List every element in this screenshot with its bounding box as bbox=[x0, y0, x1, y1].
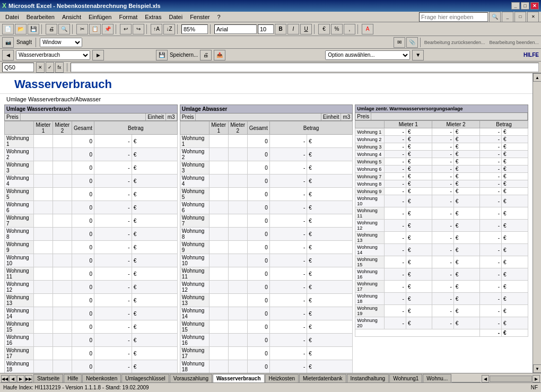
paste-btn[interactable]: 📌 bbox=[102, 24, 114, 34]
sheet-tab-umlageschl-ssel[interactable]: Umlageschlüssel bbox=[121, 374, 169, 382]
t1-mieter2[interactable] bbox=[53, 175, 72, 188]
print-btn[interactable]: 🖨 bbox=[46, 24, 57, 34]
sheet-tab-instandhaltung[interactable]: Instandhaltung bbox=[347, 374, 389, 382]
t2-mieter2[interactable] bbox=[228, 228, 247, 241]
scroll-down-btn[interactable]: ▼ bbox=[533, 364, 541, 373]
t2-mieter2[interactable] bbox=[228, 347, 247, 360]
t1-mieter1[interactable] bbox=[34, 148, 53, 161]
menu-extras[interactable]: Extras bbox=[142, 13, 164, 21]
t1-mieter1[interactable] bbox=[34, 161, 53, 175]
sheet-tab-startseite[interactable]: Startseite bbox=[33, 374, 63, 382]
t1-mieter1[interactable] bbox=[34, 347, 53, 360]
cut-btn[interactable]: ✂ bbox=[76, 24, 88, 34]
t2-mieter1[interactable] bbox=[209, 241, 228, 254]
t1-mieter1[interactable] bbox=[34, 254, 53, 267]
save-btn[interactable]: 💾 bbox=[28, 24, 39, 34]
menu-fenster[interactable]: Fenster bbox=[187, 13, 213, 21]
t2-mieter1[interactable] bbox=[209, 135, 228, 148]
menu-bearbeiten[interactable]: Bearbeiten bbox=[23, 13, 58, 21]
zoom-input[interactable] bbox=[181, 24, 208, 34]
h-scrollbar[interactable] bbox=[490, 376, 532, 382]
t2-mieter2[interactable] bbox=[228, 334, 247, 347]
sheet-tab-vorauszahlung[interactable]: Vorauszahlung bbox=[170, 374, 212, 382]
t1-mieter1[interactable] bbox=[34, 201, 53, 214]
redo-btn[interactable]: ↪ bbox=[133, 24, 144, 34]
win-restore[interactable]: □ bbox=[514, 12, 526, 22]
t1-mieter2[interactable] bbox=[53, 201, 72, 214]
t2-mieter1[interactable] bbox=[209, 188, 228, 201]
insert-function-btn[interactable]: fx bbox=[55, 62, 64, 73]
t1-mieter2[interactable] bbox=[53, 214, 72, 228]
t1-mieter1[interactable] bbox=[34, 281, 53, 294]
italic-btn[interactable]: I bbox=[287, 24, 299, 34]
t2-mieter1[interactable] bbox=[209, 201, 228, 214]
open-btn[interactable]: 📂 bbox=[15, 24, 27, 34]
sort-desc-btn[interactable]: ↓Z bbox=[163, 24, 175, 34]
t2-mieter2[interactable] bbox=[228, 360, 247, 373]
sheet-tab-hilfe[interactable]: Hilfe bbox=[64, 374, 82, 382]
t2-mieter1[interactable] bbox=[209, 320, 228, 334]
t2-mieter2[interactable] bbox=[228, 175, 247, 188]
h-scroll-right-btn[interactable]: ▶ bbox=[533, 375, 540, 382]
attach-btn[interactable]: 📎 bbox=[406, 37, 418, 48]
t1-mieter2[interactable] bbox=[53, 188, 72, 201]
t1-mieter1[interactable] bbox=[34, 214, 53, 228]
snagit-icon[interactable]: 📷 bbox=[2, 37, 14, 48]
search-button[interactable]: 🔍 bbox=[489, 12, 501, 22]
menu-datei[interactable]: Datei bbox=[2, 13, 22, 21]
bold-btn[interactable]: B bbox=[275, 24, 286, 34]
t2-mieter2[interactable] bbox=[228, 214, 247, 228]
ask-question-input[interactable] bbox=[419, 12, 488, 22]
named-range-select[interactable]: Wasserverbrauch bbox=[16, 50, 90, 60]
minimize-button[interactable]: _ bbox=[511, 2, 520, 10]
underline-btn[interactable]: U bbox=[300, 24, 312, 34]
t1-mieter2[interactable] bbox=[53, 347, 72, 360]
t1-mieter1[interactable] bbox=[34, 228, 53, 241]
percent-btn[interactable]: % bbox=[331, 24, 343, 34]
cancel-formula-btn[interactable]: ✕ bbox=[36, 62, 45, 73]
export-btn[interactable]: 📤 bbox=[214, 50, 225, 60]
sheet-tab-wasserverbrauch[interactable]: Wasserverbrauch bbox=[213, 374, 265, 382]
t1-mieter2[interactable] bbox=[53, 161, 72, 175]
font-input[interactable] bbox=[214, 24, 257, 34]
t1-mieter2[interactable] bbox=[53, 241, 72, 254]
t1-mieter1[interactable] bbox=[34, 267, 53, 281]
t2-mieter1[interactable] bbox=[209, 281, 228, 294]
t1-mieter1[interactable] bbox=[34, 294, 53, 307]
t1-mieter1[interactable] bbox=[34, 175, 53, 188]
tab-first-btn[interactable]: ◀◀ bbox=[1, 375, 8, 382]
t1-mieter1[interactable] bbox=[34, 334, 53, 347]
t2-mieter2[interactable] bbox=[228, 148, 247, 161]
t2-mieter2[interactable] bbox=[228, 188, 247, 201]
t2-mieter2[interactable] bbox=[228, 161, 247, 175]
sheet-tab-wohnung1[interactable]: Wohnung1 bbox=[389, 374, 422, 382]
menu-help[interactable]: ? bbox=[214, 13, 223, 21]
cell-reference[interactable]: Q50 bbox=[2, 63, 34, 72]
table2-preis-val[interactable] bbox=[196, 114, 321, 120]
sheet-tab-heizkosten[interactable]: Heizkosten bbox=[265, 374, 299, 382]
t1-mieter2[interactable] bbox=[53, 267, 72, 281]
t1-mieter2[interactable] bbox=[53, 228, 72, 241]
t2-mieter1[interactable] bbox=[209, 267, 228, 281]
t2-mieter2[interactable] bbox=[228, 320, 247, 334]
window-select[interactable]: Window bbox=[40, 38, 82, 47]
sort-asc-btn[interactable]: ↑A bbox=[151, 24, 162, 34]
t1-mieter1[interactable] bbox=[34, 320, 53, 334]
t2-mieter1[interactable] bbox=[209, 307, 228, 320]
t1-mieter1[interactable] bbox=[34, 360, 53, 373]
menu-einfuegen[interactable]: Einfügen bbox=[85, 13, 115, 21]
preview-btn[interactable]: 🔍 bbox=[58, 24, 70, 34]
t1-mieter1[interactable] bbox=[34, 241, 53, 254]
win-close[interactable]: ✕ bbox=[527, 12, 539, 22]
color-btn[interactable]: A bbox=[362, 24, 373, 34]
confirm-formula-btn[interactable]: ✓ bbox=[46, 62, 54, 73]
fontsize-input[interactable] bbox=[258, 24, 274, 34]
t2-mieter2[interactable] bbox=[228, 281, 247, 294]
t1-mieter2[interactable] bbox=[53, 294, 72, 307]
mail-btn[interactable]: ✉ bbox=[394, 37, 405, 48]
t2-mieter2[interactable] bbox=[228, 135, 247, 148]
copy-btn[interactable]: 📋 bbox=[89, 24, 101, 34]
t2-mieter1[interactable] bbox=[209, 214, 228, 228]
table3-preis-val[interactable] bbox=[371, 113, 528, 120]
menu-format[interactable]: Format bbox=[116, 13, 141, 21]
